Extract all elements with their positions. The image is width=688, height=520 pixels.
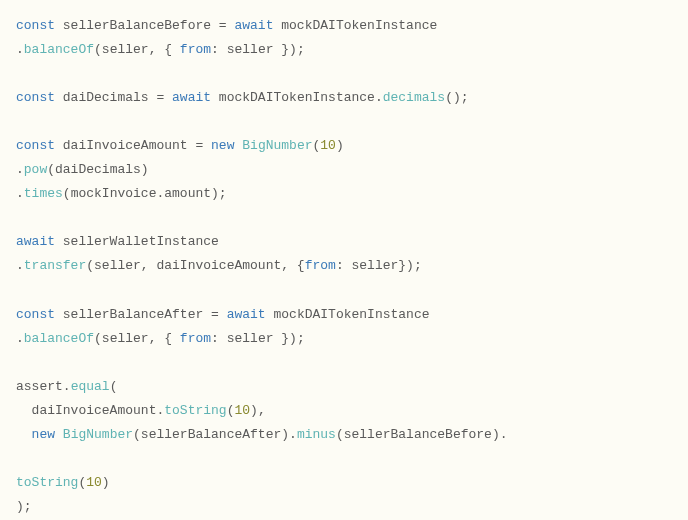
code-token-fn: toString: [164, 403, 226, 418]
code-snippet: const sellerBalanceBefore = await mockDA…: [16, 14, 672, 519]
code-token-punct: .: [16, 186, 24, 201]
code-token-punct: (daiDecimals): [47, 162, 148, 177]
code-token-kw-const: const: [16, 138, 55, 153]
code-token-fn: pow: [24, 162, 47, 177]
code-token-punct: (mockInvoice.amount);: [63, 186, 227, 201]
code-token-plain: sellerBalanceBefore: [55, 18, 219, 33]
code-token-kw-from: from: [305, 258, 336, 273]
code-token-num: 10: [320, 138, 336, 153]
code-token-punct: (seller, {: [94, 42, 180, 57]
code-token-punct: (seller, daiInvoiceAmount, {: [86, 258, 304, 273]
code-token-punct: (seller, {: [94, 331, 180, 346]
code-token-punct: =: [156, 90, 172, 105]
code-token-plain: daiDecimals: [55, 90, 156, 105]
code-token-punct: ();: [445, 90, 468, 105]
code-token-fn: toString: [16, 475, 78, 490]
code-token-punct: : seller });: [211, 331, 305, 346]
code-token-kw-await: await: [227, 307, 266, 322]
code-token-punct: ),: [250, 403, 266, 418]
code-token-plain: daiInvoiceAmount: [55, 138, 195, 153]
code-token-fn: transfer: [24, 258, 86, 273]
code-token-kw-await: await: [172, 90, 211, 105]
code-token-kw-const: const: [16, 307, 55, 322]
code-token-kw-from: from: [180, 42, 211, 57]
code-token-punct: =: [211, 307, 227, 322]
code-token-kw-new: new: [32, 427, 55, 442]
code-token-fn: balanceOf: [24, 331, 94, 346]
code-token-punct: (: [110, 379, 118, 394]
code-token-punct: );: [16, 499, 32, 514]
code-token-punct: ): [102, 475, 110, 490]
code-token-punct: =: [195, 138, 211, 153]
code-token-plain: mockDAITokenInstance: [211, 90, 375, 105]
code-token-punct: .: [16, 258, 24, 273]
code-token-fn: balanceOf: [24, 42, 94, 57]
code-token-kw-const: const: [16, 18, 55, 33]
code-token-kw-new: new: [211, 138, 234, 153]
code-token-num: 10: [86, 475, 102, 490]
code-token-kw-await: await: [234, 18, 273, 33]
code-token-plain: mockDAITokenInstance: [273, 18, 437, 33]
code-token-plain: [55, 427, 63, 442]
code-token-punct: ): [336, 138, 344, 153]
code-token-punct: .: [16, 162, 24, 177]
code-token-plain: assert: [16, 379, 63, 394]
code-token-num: 10: [234, 403, 250, 418]
code-token-plain: sellerWalletInstance: [55, 234, 219, 249]
code-token-kw-const: const: [16, 90, 55, 105]
code-token-fn: BigNumber: [63, 427, 133, 442]
code-token-plain: mockDAITokenInstance: [266, 307, 430, 322]
code-token-fn: minus: [297, 427, 336, 442]
code-token-punct: : seller });: [211, 42, 305, 57]
code-token-punct: =: [219, 18, 235, 33]
code-token-punct: .: [63, 379, 71, 394]
code-token-punct: .: [375, 90, 383, 105]
code-token-fn: equal: [71, 379, 110, 394]
code-token-kw-await: await: [16, 234, 55, 249]
code-token-plain: daiInvoiceAmount: [32, 403, 157, 418]
code-token-fn: decimals: [383, 90, 445, 105]
code-token-fn: times: [24, 186, 63, 201]
code-token-fn: BigNumber: [242, 138, 312, 153]
code-token-kw-from: from: [180, 331, 211, 346]
code-token-punct: (sellerBalanceAfter).: [133, 427, 297, 442]
code-token-punct: (sellerBalanceBefore).: [336, 427, 508, 442]
code-token-punct: : seller});: [336, 258, 422, 273]
code-token-punct: .: [16, 331, 24, 346]
code-token-plain: sellerBalanceAfter: [55, 307, 211, 322]
code-token-punct: .: [16, 42, 24, 57]
